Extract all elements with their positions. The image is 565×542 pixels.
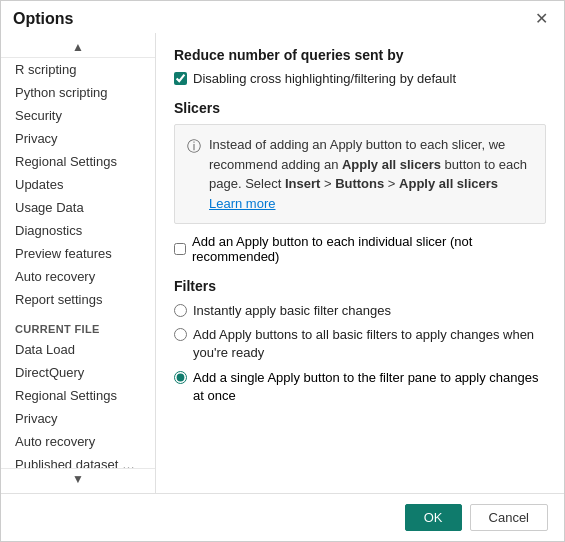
sidebar-item-security[interactable]: Security (1, 104, 155, 127)
learn-more-link[interactable]: Learn more (209, 196, 275, 211)
apply-individual-checkbox[interactable] (174, 243, 186, 255)
sidebar-item-published-dataset[interactable]: Published dataset set... (1, 453, 155, 468)
filters-section: Filters Instantly apply basic filter cha… (174, 278, 546, 405)
apply-all-slicers-bold2: Apply all slicers (399, 176, 498, 191)
apply-individual-row: Add an Apply button to each individual s… (174, 234, 546, 264)
sidebar-scroll: R scripting Python scripting Security Pr… (1, 58, 155, 468)
cross-highlight-label: Disabling cross highlighting/filtering b… (193, 71, 456, 86)
filter-instantly-label: Instantly apply basic filter changes (193, 302, 391, 320)
sidebar-item-report-settings[interactable]: Report settings (1, 288, 155, 311)
scroll-up-arrow[interactable]: ▲ (1, 37, 155, 58)
ok-button[interactable]: OK (405, 504, 462, 531)
sidebar-item-regional-settings[interactable]: Regional Settings (1, 150, 155, 173)
dialog-body: ▲ R scripting Python scripting Security … (1, 33, 564, 493)
sidebar-item-directquery[interactable]: DirectQuery (1, 361, 155, 384)
sidebar-item-diagnostics[interactable]: Diagnostics (1, 219, 155, 242)
slicers-info-box: ⓘ Instead of adding an Apply button to e… (174, 124, 546, 224)
filter-option-single-apply: Add a single Apply button to the filter … (174, 369, 546, 405)
cancel-button[interactable]: Cancel (470, 504, 548, 531)
dialog-title: Options (13, 10, 73, 28)
filter-option-add-apply: Add Apply buttons to all basic filters t… (174, 326, 546, 362)
title-bar: Options ✕ (1, 1, 564, 33)
sidebar-item-privacy-cf[interactable]: Privacy (1, 407, 155, 430)
sidebar-item-python-scripting[interactable]: Python scripting (1, 81, 155, 104)
slicers-title: Slicers (174, 100, 546, 116)
main-content: Reduce number of queries sent by Disabli… (156, 33, 564, 493)
filter-add-apply-label: Add Apply buttons to all basic filters t… (193, 326, 546, 362)
sidebar: ▲ R scripting Python scripting Security … (1, 33, 156, 493)
filter-single-apply-radio[interactable] (174, 371, 187, 384)
buttons-bold: Buttons (335, 176, 384, 191)
dialog-footer: OK Cancel (1, 493, 564, 541)
slicers-info-text: ⓘ Instead of adding an Apply button to e… (187, 135, 533, 213)
options-dialog: Options ✕ ▲ R scripting Python scripting… (0, 0, 565, 542)
current-file-header: CURRENT FILE (1, 315, 155, 338)
info-icon: ⓘ (187, 136, 201, 157)
filter-instantly-radio[interactable] (174, 304, 187, 317)
scroll-down-arrow[interactable]: ▼ (1, 468, 155, 489)
filters-title: Filters (174, 278, 546, 294)
filter-single-apply-label: Add a single Apply button to the filter … (193, 369, 546, 405)
sidebar-item-usage-data[interactable]: Usage Data (1, 196, 155, 219)
sidebar-item-auto-recovery[interactable]: Auto recovery (1, 265, 155, 288)
sidebar-item-auto-recovery-cf[interactable]: Auto recovery (1, 430, 155, 453)
apply-all-slicers-bold: Apply all slicers (342, 157, 441, 172)
sidebar-item-preview-features[interactable]: Preview features (1, 242, 155, 265)
slicers-info-content: Instead of adding an Apply button to eac… (209, 135, 533, 213)
page-title: Reduce number of queries sent by (174, 47, 546, 63)
cross-highlight-row: Disabling cross highlighting/filtering b… (174, 71, 546, 86)
filter-add-apply-radio[interactable] (174, 328, 187, 341)
sidebar-item-privacy[interactable]: Privacy (1, 127, 155, 150)
sidebar-item-updates[interactable]: Updates (1, 173, 155, 196)
insert-bold: Insert (285, 176, 320, 191)
close-button[interactable]: ✕ (531, 9, 552, 29)
sidebar-item-regional-settings-cf[interactable]: Regional Settings (1, 384, 155, 407)
filter-option-instantly: Instantly apply basic filter changes (174, 302, 546, 320)
cross-highlight-checkbox[interactable] (174, 72, 187, 85)
sidebar-item-r-scripting[interactable]: R scripting (1, 58, 155, 81)
sidebar-item-data-load[interactable]: Data Load (1, 338, 155, 361)
apply-individual-label: Add an Apply button to each individual s… (192, 234, 546, 264)
